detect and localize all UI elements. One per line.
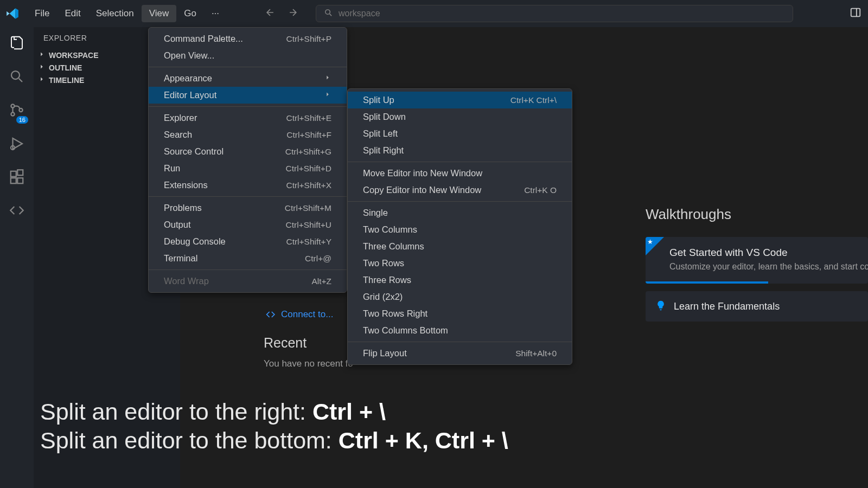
sidebar-item-label: WORKSPACE xyxy=(49,51,99,60)
menu-item[interactable]: Copy Editor into New WindowCtrl+K O xyxy=(348,182,572,198)
svg-point-4 xyxy=(11,112,14,115)
menu-item[interactable]: Appearance xyxy=(149,70,347,87)
command-center-search[interactable] xyxy=(316,5,793,22)
menu-separator xyxy=(149,67,347,67)
menu-item[interactable]: ExtensionsCtrl+Shift+X xyxy=(149,177,347,194)
menu-item[interactable]: Editor Layout xyxy=(149,87,347,104)
menu-item-shortcut: Ctrl+@ xyxy=(305,254,331,264)
chevron-right-icon xyxy=(38,75,46,85)
command-center-input[interactable] xyxy=(339,9,785,18)
menu-separator xyxy=(149,106,347,107)
menu-item[interactable]: Flip LayoutShift+Alt+0 xyxy=(348,345,572,362)
activity-extensions-icon[interactable] xyxy=(9,169,25,188)
menu-item[interactable]: ExplorerCtrl+Shift+E xyxy=(149,110,347,126)
menu-item-label: Split Up xyxy=(363,95,394,105)
menu-item[interactable]: TerminalCtrl+@ xyxy=(149,250,347,267)
menu-file[interactable]: File xyxy=(27,5,57,22)
tip-line-2-shortcut: Ctrl + K, Ctrl + \ xyxy=(339,427,508,453)
menu-item[interactable]: Two Columns xyxy=(348,221,572,238)
menu-item[interactable]: SearchCtrl+Shift+F xyxy=(149,126,347,143)
svg-point-3 xyxy=(11,104,14,107)
menu-item-label: Grid (2x2) xyxy=(363,292,403,302)
menu-item-shortcut: Ctrl+Shift+E xyxy=(286,113,331,123)
activity-search-icon[interactable] xyxy=(9,68,25,87)
menu-item-label: Extensions xyxy=(164,180,208,190)
nav-arrows xyxy=(265,7,298,20)
connect-to-link[interactable]: Connect to... xyxy=(266,309,333,320)
menu-item[interactable]: Split Right xyxy=(348,142,572,159)
svg-point-2 xyxy=(11,71,20,79)
tip-line-2-text: Split an editor to the bottom: xyxy=(40,427,339,453)
menu-item-shortcut: Ctrl+Shift+M xyxy=(285,203,331,213)
menu-item[interactable]: Grid (2x2) xyxy=(348,288,572,305)
view-menu-dropdown: Command Palette...Ctrl+Shift+POpen View.… xyxy=(148,27,347,293)
menu-item[interactable]: Three Rows xyxy=(348,272,572,288)
activity-remote-icon[interactable] xyxy=(9,203,24,220)
menu-separator xyxy=(149,269,347,270)
walkthrough-learn-fundamentals[interactable]: Learn the Fundamentals xyxy=(646,291,868,322)
menu-item-shortcut: Ctrl+K O xyxy=(524,185,557,195)
menu-separator xyxy=(348,342,572,342)
menu-item[interactable]: Debug ConsoleCtrl+Shift+Y xyxy=(149,233,347,250)
menu-edit[interactable]: Edit xyxy=(57,5,88,22)
menu-item-label: Two Columns xyxy=(363,224,417,235)
menu-item-label: Three Rows xyxy=(363,275,411,285)
menu-item[interactable]: Command Palette...Ctrl+Shift+P xyxy=(149,30,347,47)
menu-item[interactable]: Open View... xyxy=(149,47,347,64)
menu-item[interactable]: Two Rows Right xyxy=(348,305,572,322)
title-bar: File Edit Selection View Go ··· xyxy=(0,0,868,27)
menu-item-shortcut: Ctrl+Shift+D xyxy=(286,164,331,174)
menu-item-label: Explorer xyxy=(164,113,197,123)
menu-selection[interactable]: Selection xyxy=(88,5,142,22)
walkthrough-card-desc: Customize your editor, learn the basics,… xyxy=(669,262,857,272)
menu-item-label: Move Editor into New Window xyxy=(363,168,482,178)
menu-item-label: Single xyxy=(363,208,388,218)
recent-section: Recent You have no recent fo xyxy=(264,335,353,369)
menu-item-label: Output xyxy=(164,220,191,230)
nav-forward-icon[interactable] xyxy=(288,7,298,20)
menu-more[interactable]: ··· xyxy=(204,5,227,22)
menu-item-shortcut: Ctrl+Shift+Y xyxy=(286,237,331,247)
menu-item[interactable]: Source ControlCtrl+Shift+G xyxy=(149,143,347,160)
menu-item[interactable]: OutputCtrl+Shift+U xyxy=(149,216,347,233)
menu-separator xyxy=(348,201,572,202)
menu-item[interactable]: Two Columns Bottom xyxy=(348,322,572,339)
menu-item[interactable]: Two Rows xyxy=(348,255,572,272)
lightbulb-icon xyxy=(655,300,666,313)
menu-item-label: Split Left xyxy=(363,129,398,139)
activity-explorer-icon[interactable] xyxy=(9,35,25,53)
walkthrough-card-title: Learn the Fundamentals xyxy=(674,301,780,312)
walkthrough-get-started[interactable]: Get Started with VS Code Customize your … xyxy=(646,237,868,284)
menu-item-label: Debug Console xyxy=(164,236,226,247)
walkthroughs-title: Walkthroughs xyxy=(646,206,868,223)
menu-item[interactable]: Three Columns xyxy=(348,238,572,255)
menu-item-label: Search xyxy=(164,130,192,140)
activity-run-debug-icon[interactable] xyxy=(9,136,25,154)
menu-item[interactable]: Split Down xyxy=(348,108,572,125)
menu-item-label: Two Columns Bottom xyxy=(363,325,448,336)
menu-item-label: Open View... xyxy=(164,50,214,61)
chevron-right-icon xyxy=(38,50,46,60)
walkthrough-progress-bar xyxy=(646,281,768,284)
activity-source-control-icon[interactable]: 16 xyxy=(9,102,25,120)
menu-item[interactable]: ProblemsCtrl+Shift+M xyxy=(149,200,347,216)
menu-item-shortcut: Ctrl+Shift+X xyxy=(286,181,331,190)
menu-item[interactable]: RunCtrl+Shift+D xyxy=(149,160,347,177)
search-icon xyxy=(324,8,333,20)
menu-item[interactable]: Split Left xyxy=(348,125,572,142)
menu-item-label: Two Rows xyxy=(363,258,404,268)
menu-item-label: Run xyxy=(164,163,180,174)
menu-separator xyxy=(348,162,572,162)
svg-point-0 xyxy=(326,9,330,14)
menu-go[interactable]: Go xyxy=(176,5,204,22)
menu-view[interactable]: View xyxy=(142,5,177,22)
menu-item-label: Word Wrap xyxy=(164,276,209,286)
menu-item[interactable]: Move Editor into New Window xyxy=(348,165,572,182)
menu-item[interactable]: Single xyxy=(348,204,572,221)
toggle-panel-layout-icon[interactable] xyxy=(850,7,861,21)
nav-back-icon[interactable] xyxy=(265,7,276,20)
sidebar-item-label: OUTLINE xyxy=(49,63,82,72)
menu-item[interactable]: Word WrapAlt+Z xyxy=(149,273,347,290)
menu-item[interactable]: Split UpCtrl+K Ctrl+\ xyxy=(348,92,572,108)
sidebar-item-label: TIMELINE xyxy=(49,76,84,85)
